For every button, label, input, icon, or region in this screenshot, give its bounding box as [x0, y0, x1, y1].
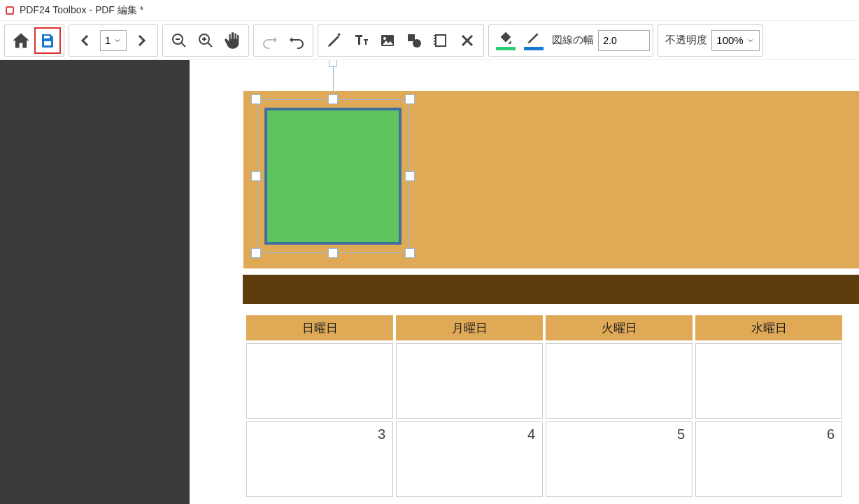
opacity-value: 100%: [716, 34, 743, 46]
home-button[interactable]: [8, 27, 34, 54]
pan-tool-button[interactable]: [219, 27, 246, 54]
paint-bucket-icon: [498, 30, 513, 45]
canvas-area[interactable]: 日曜日 月曜日 火曜日 水曜日 3 4 5: [190, 60, 859, 504]
title-bar: PDF24 Toolbox - PDF 編集 *: [0, 0, 859, 21]
image-tool-button[interactable]: [374, 27, 401, 54]
fill-color-swatch: [496, 47, 516, 50]
draw-tool-button[interactable]: [321, 27, 348, 54]
calendar-cell: 5: [546, 422, 693, 497]
form-tool-button[interactable]: [427, 27, 454, 54]
chevron-down-icon: [113, 36, 122, 45]
line-width-input[interactable]: [598, 30, 650, 51]
zoom-out-button[interactable]: [166, 27, 192, 54]
weekday-header: 火曜日: [546, 315, 693, 340]
calendar-cell: [396, 343, 543, 419]
stroke-color-button[interactable]: [521, 28, 546, 53]
calendar-header-row: 日曜日 月曜日 火曜日 水曜日: [246, 315, 842, 340]
resize-handle-bm[interactable]: [328, 248, 338, 258]
calendar-grid: 日曜日 月曜日 火曜日 水曜日 3 4 5: [243, 312, 845, 500]
toolbar: 1: [0, 21, 859, 60]
svg-rect-1: [7, 8, 13, 13]
prev-page-button[interactable]: [72, 27, 99, 54]
svg-point-12: [413, 39, 421, 48]
workspace: 日曜日 月曜日 火曜日 水曜日 3 4 5: [0, 60, 859, 504]
opacity-select[interactable]: 100%: [711, 30, 759, 51]
delete-tool-button[interactable]: [454, 27, 481, 54]
shape-tool-button[interactable]: [401, 27, 427, 54]
opacity-label: 不透明度: [661, 34, 711, 47]
calendar-row: 3 4 5 6: [246, 422, 842, 497]
svg-rect-11: [408, 34, 415, 41]
svg-line-6: [208, 43, 212, 47]
next-page-button[interactable]: [128, 27, 155, 54]
shape-rectangle[interactable]: [264, 108, 402, 245]
svg-line-3: [181, 43, 185, 47]
chevron-down-icon: [746, 36, 755, 45]
save-button[interactable]: [34, 27, 61, 54]
app-icon: [4, 5, 15, 16]
weekday-header: 日曜日: [246, 315, 393, 340]
line-width-label: 図線の幅: [548, 34, 598, 47]
fill-color-button[interactable]: [493, 28, 518, 53]
resize-handle-ml[interactable]: [251, 171, 261, 181]
rotation-handle[interactable]: [329, 60, 337, 67]
page-select[interactable]: 1: [100, 30, 127, 51]
weekday-header: 水曜日: [695, 315, 842, 340]
undo-button[interactable]: [283, 27, 310, 54]
redo-button[interactable]: [257, 27, 283, 54]
svg-point-10: [383, 37, 386, 40]
page-number: 1: [105, 34, 111, 46]
text-tool-button[interactable]: [348, 27, 374, 54]
resize-handle-tr[interactable]: [405, 94, 415, 104]
calendar-cell: [695, 343, 842, 419]
calendar-title-strip: [243, 275, 859, 304]
weekday-header: 月曜日: [396, 315, 543, 340]
calendar-cell: [246, 343, 393, 419]
svg-rect-13: [436, 35, 446, 46]
resize-handle-br[interactable]: [405, 248, 415, 258]
window-title: PDF24 Toolbox - PDF 編集 *: [20, 4, 143, 17]
calendar-cell: 4: [396, 422, 543, 497]
resize-handle-bl[interactable]: [251, 248, 261, 258]
resize-handle-mr[interactable]: [405, 171, 415, 181]
thumbnail-panel[interactable]: [0, 60, 190, 504]
rotation-connector: [333, 64, 334, 94]
stroke-color-swatch: [524, 47, 544, 50]
selection-box[interactable]: [256, 99, 410, 253]
calendar-cell: [546, 343, 693, 419]
resize-handle-tm[interactable]: [328, 94, 338, 104]
calendar-row: [246, 343, 842, 419]
zoom-in-button[interactable]: [192, 27, 219, 54]
resize-handle-tl[interactable]: [251, 94, 261, 104]
calendar-cell: 6: [695, 422, 842, 497]
calendar-cell: 3: [246, 422, 393, 497]
pencil-icon: [526, 30, 541, 45]
